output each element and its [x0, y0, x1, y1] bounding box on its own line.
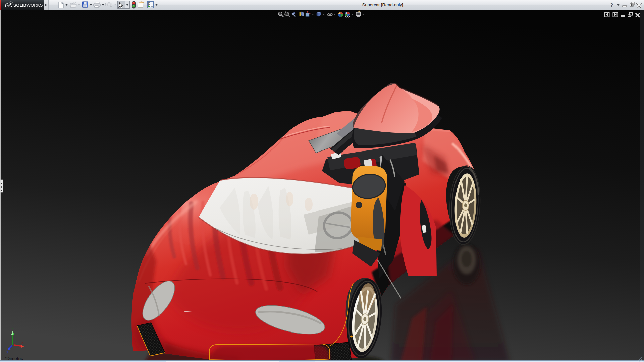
svg-text:?: ?: [610, 2, 613, 8]
svg-text:Y: Y: [11, 326, 14, 330]
svg-text:X: X: [21, 341, 24, 344]
svg-text:Z: Z: [6, 351, 8, 355]
